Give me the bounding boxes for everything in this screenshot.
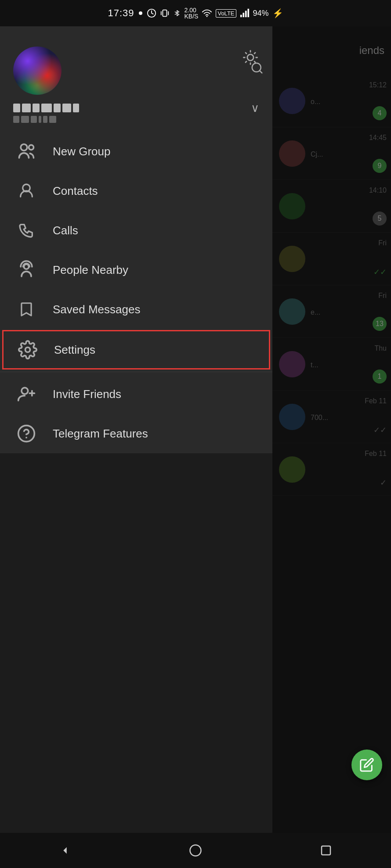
menu-divider — [0, 372, 272, 372]
status-time: 17:39 — [108, 7, 134, 19]
subtitle-block — [43, 116, 47, 123]
menu-item-settings[interactable]: Settings — [2, 330, 270, 369]
drawer-menu: New Group Contacts Calls — [0, 132, 272, 453]
battery-level: 94% — [253, 9, 269, 18]
name-block — [13, 104, 20, 112]
menu-item-saved-messages[interactable]: Saved Messages — [0, 290, 272, 329]
recents-icon — [319, 844, 333, 857]
svg-point-17 — [21, 144, 27, 151]
svg-rect-1 — [163, 10, 167, 17]
saved-messages-label: Saved Messages — [53, 303, 140, 316]
search-icon — [250, 61, 264, 75]
avatar[interactable] — [13, 47, 62, 95]
menu-item-people-nearby[interactable]: People Nearby — [0, 250, 272, 290]
bluetooth-icon — [173, 8, 181, 18]
overlay — [272, 26, 391, 833]
nearby-icon — [13, 257, 40, 283]
svg-rect-3 — [240, 15, 242, 17]
profile-header: ∨ — [0, 26, 272, 132]
calls-label: Calls — [53, 224, 78, 237]
gear-icon — [14, 337, 41, 363]
menu-item-calls[interactable]: Calls — [0, 211, 272, 250]
wifi-icon — [202, 8, 212, 18]
name-block — [22, 104, 31, 112]
recents-button[interactable] — [315, 839, 337, 861]
avatar-image — [13, 47, 62, 95]
name-block — [62, 104, 71, 112]
name-block — [33, 104, 40, 112]
svg-rect-29 — [322, 846, 330, 855]
search-button[interactable] — [246, 57, 268, 79]
subtitle-block — [31, 116, 37, 123]
menu-item-telegram-features[interactable]: Telegram Features — [0, 414, 272, 453]
subtitle-block — [39, 116, 41, 123]
svg-rect-4 — [243, 13, 244, 17]
phone-icon — [13, 217, 40, 244]
name-block — [73, 104, 79, 112]
svg-point-21 — [25, 348, 30, 352]
invite-friends-label: Invite Friends — [53, 387, 121, 401]
svg-rect-6 — [247, 9, 249, 17]
people-icon — [13, 138, 40, 165]
svg-marker-27 — [64, 847, 67, 854]
edit-icon — [359, 757, 374, 772]
compose-button[interactable] — [351, 750, 382, 780]
svg-point-22 — [22, 387, 28, 394]
signal-icon — [240, 8, 250, 18]
back-button[interactable] — [54, 839, 76, 861]
telegram-features-label: Telegram Features — [53, 427, 148, 441]
status-bar: 17:39 2.00KB/S VoLTE — [0, 0, 391, 26]
subtitle-block — [49, 116, 56, 123]
svg-point-28 — [190, 845, 201, 856]
svg-line-15 — [254, 53, 255, 54]
home-button[interactable] — [185, 839, 206, 861]
profile-top-row — [13, 47, 259, 95]
subtitle-block — [21, 116, 29, 123]
menu-item-new-group[interactable]: New Group — [0, 132, 272, 171]
vibrate-icon — [160, 8, 170, 18]
svg-point-20 — [24, 264, 29, 269]
status-dot — [139, 11, 142, 15]
data-speed: 2.00KB/S — [185, 7, 199, 19]
profile-name-row: ∨ — [13, 104, 259, 112]
status-icons: 2.00KB/S VoLTE 94% ⚡ — [147, 7, 283, 19]
svg-rect-5 — [245, 11, 246, 18]
subtitle-block — [13, 116, 19, 123]
back-icon — [58, 844, 72, 857]
profile-name-blurred — [13, 104, 79, 112]
name-block — [41, 104, 52, 112]
people-nearby-label: People Nearby — [53, 263, 128, 277]
menu-item-contacts[interactable]: Contacts — [0, 171, 272, 211]
person-icon — [13, 178, 40, 204]
person-add-icon — [13, 381, 40, 407]
bookmark-icon — [13, 296, 40, 323]
battery-charging-icon: ⚡ — [272, 8, 283, 18]
main-container: iends o... 15:12 4 Cj... 14:45 9 — [0, 26, 391, 833]
clock-icon — [147, 8, 156, 18]
settings-label: Settings — [54, 343, 95, 357]
svg-point-2 — [206, 16, 208, 17]
chevron-down-icon[interactable]: ∨ — [251, 101, 259, 115]
navigation-bar — [0, 833, 391, 868]
name-block — [54, 104, 61, 112]
svg-point-18 — [29, 145, 34, 150]
question-icon — [13, 420, 40, 447]
profile-subtitle-row — [13, 116, 259, 123]
svg-line-10 — [246, 53, 246, 54]
new-group-label: New Group — [53, 145, 111, 158]
menu-item-invite-friends[interactable]: Invite Friends — [0, 374, 272, 414]
home-icon — [189, 844, 202, 857]
contacts-label: Contacts — [53, 184, 98, 198]
volte-icon: VoLTE — [216, 9, 236, 18]
